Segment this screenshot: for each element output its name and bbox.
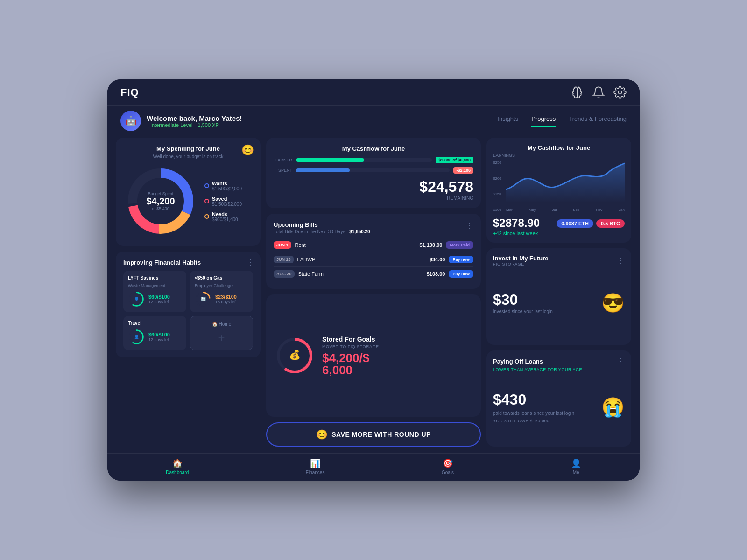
round-up-button[interactable]: 😊 SAVE MORE WITH ROUND UP [266,422,481,447]
bills-title-area: Upcoming Bills Total Bills Due in the Ne… [274,221,370,234]
invest-amount: $30 [493,291,553,308]
dashboard-icon: 🏠 [172,458,183,469]
finances-icon: 📊 [310,458,320,469]
loans-emoji: 😭 [601,396,625,418]
nav-dashboard[interactable]: 🏠 Dashboard [166,458,189,475]
bill-amount-1: $34.00 [430,257,445,262]
nav-me[interactable]: 👤 Me [571,458,581,475]
finances-label: Finances [306,470,325,475]
x-axis: Mar May Jul Sep Nov Jan [506,208,625,212]
loans-header: Paying Off Loans ⋮ [493,357,625,366]
invest-subtitle: FIQ STORAGE [493,262,548,266]
bills-menu[interactable]: ⋮ [466,221,473,230]
earned-label: EARNED [274,158,292,162]
habit-add-new[interactable]: 🏠 Home + [190,316,253,350]
spent-row: SPENT -$2,106 [274,167,473,174]
add-home-label: 🏠 Home [212,322,231,327]
left-column: My Spending for June Well done, your bud… [116,138,261,447]
brain-icon[interactable] [571,86,584,99]
settings-icon[interactable] [613,86,627,99]
nav-tabs: Insights Progress Trends & Forecasting [497,115,627,127]
eth-badge: 0.9087 ETH [557,219,593,228]
loans-menu[interactable]: ⋮ [617,357,625,366]
habits-title: Improving Financial Habits [123,259,253,266]
loans-owe: YOU STILL OWE $150,000 [493,419,601,423]
needs-dot [204,214,209,219]
loans-desc: paid towards loans since your last login [493,410,601,417]
cashflow-right-bottom: $2878.90 +42 since last week 0.9087 ETH … [493,217,625,236]
bill-row-ladwp: JUN 15 LADWP $34.00 Pay now [274,252,473,267]
earned-row: EARNED $3,000 of $6,000 [274,157,473,163]
habits-card: Improving Financial Habits ⋮ LYFT Saving… [116,252,261,357]
spending-chart-area: Budget Spent $4,200 of $5,400 Wants $1,5… [123,164,253,238]
invest-future-card: Invest in My Future FIQ STORAGE ⋮ $30 in… [486,248,631,345]
nav-goals[interactable]: 🎯 Goals [442,458,454,475]
bill-btn-1[interactable]: Pay now [449,256,473,263]
saved-text: Saved $1,500/$2,000 [212,196,242,207]
round-up-smiley: 😊 [316,429,328,440]
goals-icon: 🎯 [443,458,453,469]
user-bar: 🤖 Welcome back, Marco Yates! Intermediat… [107,106,640,131]
wants-dot [204,183,209,188]
bills-card: Upcoming Bills Total Bills Due in the Ne… [266,214,481,289]
tab-insights[interactable]: Insights [497,115,518,127]
bill-amount-0: $1,100.00 [420,242,443,248]
bill-name-2: State Farm [298,271,423,277]
btc-badge: 0.5 BTC [596,219,625,228]
dashboard-label: Dashboard [166,470,189,475]
app-container: FIQ 🤖 [107,79,640,481]
spent-bar-fill [296,168,350,172]
bills-subtitle: Total Bills Due in the Next 30 Days [274,229,345,234]
bill-date-2: AUG 30 [274,270,295,278]
chart-svg-area [506,161,625,203]
needs-text: Needs $900/$1,400 [212,211,238,222]
bell-icon[interactable] [592,86,605,99]
me-label: Me [573,470,579,475]
goals-card: 💰 Stored For Goals MOVED TO FIQ STORAGE … [266,294,481,417]
spending-card: My Spending for June Well done, your bud… [116,138,261,246]
legend-saved: Saved $1,500/$2,000 [204,196,253,207]
cf-big-amount: $2878.90 [493,217,540,230]
cashflow-bottom: $24,578 REMAINING [274,178,473,201]
goals-moved-label: MOVED TO FIQ STORAGE [322,344,473,349]
app-logo: FIQ [120,86,139,98]
spent-bar [296,168,450,172]
bills-total: $1,850.20 [349,229,370,234]
cashflow-right-card: My Cashflow for June EARNINGS $250 $200 … [486,138,631,243]
tab-progress[interactable]: Progress [531,115,556,127]
tab-trends-forecasting[interactable]: Trends & Forecasting [569,115,627,127]
habit-gas-progress: 🔄 $23/$100 15 days left [195,291,248,308]
loans-title: Paying Off Loans [493,358,543,365]
bill-row-statefarm: AUG 30 State Farm $108.00 Pay now [274,267,473,281]
habit-lyft-progress: 👤 $60/$100 12 days left [128,291,182,308]
goals-label: Goals [442,470,454,475]
legend-wants: Wants $1,500/$2,000 [204,181,253,191]
nav-finances[interactable]: 📊 Finances [306,458,325,475]
habits-menu[interactable]: ⋮ [247,258,254,267]
cf-change: +42 since last week [493,231,540,236]
spending-title: My Spending for June [123,145,253,152]
avatar: 🤖 [120,111,141,131]
cashflow-remaining: $24,578 REMAINING [419,178,473,201]
svg-point-0 [619,91,622,94]
loans-body: $430 paid towards loans since your last … [493,375,625,441]
bill-name-0: Rent [295,242,416,248]
bills-list: JUN 1 Rent $1,100.00 Mark Paid JUN 15 LA… [274,238,473,281]
donut-chart: Budget Spent $4,200 of $5,400 [123,164,198,238]
bills-header: Upcoming Bills Total Bills Due in the Ne… [274,221,473,234]
bill-btn-2[interactable]: Pay now [449,270,473,278]
invest-header: Invest in My Future FIQ STORAGE ⋮ [493,255,625,266]
invest-title: Invest in My Future [493,255,548,262]
habit-travel-progress: 👤 $60/$100 12 days left [128,329,182,345]
saved-dot [204,199,209,203]
invest-menu[interactable]: ⋮ [617,256,625,265]
crypto-badges: 0.9087 ETH 0.5 BTC [557,219,625,228]
bill-amount-2: $108.00 [427,271,445,277]
add-icon: + [218,331,225,344]
cashflow-chart: $250 $200 $150 $100 [493,161,625,212]
remaining-label: REMAINING [419,196,473,201]
goals-donut: 💰 [274,335,316,377]
bill-btn-0[interactable]: Mark Paid [446,241,473,249]
smiley-badge: 😊 [241,144,254,156]
center-column: My Cashflow for June EARNED $3,000 of $6… [266,138,481,447]
